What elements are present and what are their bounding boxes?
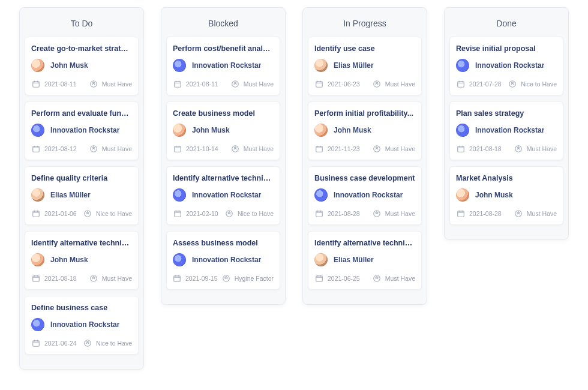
card-title: Create business model <box>173 109 274 118</box>
avatar <box>31 318 44 331</box>
assignee-row: John Musk <box>456 188 557 202</box>
avatar <box>31 124 44 137</box>
assignee-name: John Musk <box>475 191 513 199</box>
priority-icon <box>230 79 240 89</box>
kanban-card[interactable]: Business case development Innovation Roc… <box>308 166 422 225</box>
svg-rect-10 <box>175 82 181 87</box>
kanban-card[interactable]: Plan sales strategy Innovation Rockstar … <box>449 101 563 160</box>
card-meta-row: 2021-11-23 Must Have <box>314 144 415 154</box>
assignee-name: Innovation Rockstar <box>475 61 544 70</box>
kanban-card[interactable]: Create business model John Musk 2021-10-… <box>166 101 280 160</box>
kanban-card[interactable]: Market Analysis John Musk 2021-08-28 Mus… <box>449 166 563 225</box>
card-title: Identify alternative technic... <box>173 174 274 182</box>
svg-rect-24 <box>316 276 323 281</box>
svg-rect-12 <box>175 146 181 152</box>
calendar-icon <box>314 274 324 283</box>
priority-icon <box>514 144 523 154</box>
kanban-card[interactable]: Perform cost/benefit analysis Innovation… <box>166 37 280 95</box>
assignee-row: Innovation Rockstar <box>31 318 132 331</box>
kanban-card[interactable]: Assess business model Innovation Rocksta… <box>166 231 280 290</box>
svg-rect-6 <box>33 276 40 281</box>
kanban-card[interactable]: Identify alternative technic... Innovati… <box>166 166 280 225</box>
card-title: Perform initial profitability... <box>314 109 415 118</box>
assignee-name: Innovation Rockstar <box>50 320 119 329</box>
svg-rect-0 <box>33 82 40 87</box>
svg-rect-22 <box>316 211 323 217</box>
card-priority: Must Have <box>102 145 132 152</box>
kanban-card[interactable]: Define quality criteria Elias Müller 202… <box>25 166 139 225</box>
card-meta-row: 2021-06-25 Must Have <box>314 274 415 283</box>
kanban-column-todo: To Do Create go-to-market strategy John … <box>19 7 144 370</box>
card-meta-row: 2021-01-06 Nice to Have <box>31 209 132 218</box>
svg-rect-18 <box>316 82 323 87</box>
kanban-card[interactable]: Perform initial profitability... John Mu… <box>308 101 422 160</box>
assignee-name: John Musk <box>50 256 88 264</box>
svg-rect-8 <box>33 341 40 346</box>
assignee-row: Innovation Rockstar <box>314 188 415 202</box>
assignee-row: John Musk <box>31 253 132 266</box>
card-meta-row: 2021-08-11 Must Have <box>173 79 274 89</box>
card-priority: Must Have <box>102 80 132 88</box>
card-meta-row: 2021-08-28 Must Have <box>314 209 415 218</box>
kanban-column-in-progress: In Progress Identify use case Elias Müll… <box>302 7 427 305</box>
avatar <box>314 188 328 202</box>
assignee-name: Elias Müller <box>334 256 374 264</box>
kanban-column-done: Done Revise initial proposal Innovation … <box>444 7 569 240</box>
card-meta-row: 2021-08-18 Must Have <box>456 144 557 154</box>
priority-icon <box>83 338 92 348</box>
avatar <box>31 59 44 72</box>
card-meta-row: 2021-06-24 Nice to Have <box>31 338 132 348</box>
priority-icon <box>89 274 98 283</box>
card-priority: Nice to Have <box>238 210 274 217</box>
svg-rect-20 <box>316 146 323 152</box>
card-priority: Must Have <box>385 210 415 217</box>
card-priority: Must Have <box>102 275 132 282</box>
card-meta-row: 2021-08-28 Must Have <box>456 209 557 218</box>
calendar-icon <box>31 79 41 89</box>
card-meta-row: 2021-07-28 Nice to Have <box>456 79 557 89</box>
card-date: 2021-10-14 <box>186 145 218 152</box>
assignee-name: John Musk <box>334 126 371 134</box>
assignee-row: John Musk <box>314 124 415 137</box>
kanban-card[interactable]: Perform and evaluate functi... Innovatio… <box>25 101 139 160</box>
card-priority: Must Have <box>385 275 415 282</box>
card-date: 2021-06-24 <box>44 340 77 347</box>
priority-icon <box>224 209 234 218</box>
calendar-icon <box>173 79 182 89</box>
priority-icon <box>508 79 517 89</box>
card-date: 2021-01-06 <box>44 210 77 217</box>
priority-icon <box>230 144 240 154</box>
card-meta-row: 2021-08-12 Must Have <box>31 144 132 154</box>
priority-icon <box>372 144 382 154</box>
assignee-row: Elias Müller <box>314 59 415 72</box>
assignee-name: Innovation Rockstar <box>192 61 261 70</box>
kanban-card[interactable]: Revise initial proposal Innovation Rocks… <box>449 37 563 95</box>
card-date: 2021-08-28 <box>328 210 360 217</box>
priority-icon <box>89 79 98 89</box>
card-date: 2021-07-28 <box>469 80 502 88</box>
card-meta-row: 2021-09-15 Hygine Factor <box>173 274 274 283</box>
svg-rect-14 <box>175 211 181 217</box>
svg-rect-28 <box>458 146 464 152</box>
card-priority: Must Have <box>385 145 415 152</box>
avatar <box>456 124 469 137</box>
calendar-icon <box>31 338 41 348</box>
card-title: Revise initial proposal <box>456 44 557 53</box>
card-priority: Must Have <box>385 80 415 88</box>
card-date: 2021-08-11 <box>186 80 218 88</box>
kanban-card[interactable]: Create go-to-market strategy John Musk 2… <box>25 37 139 95</box>
kanban-card[interactable]: Identify use case Elias Müller 2021-06-2… <box>308 37 422 95</box>
kanban-card[interactable]: Identify alternative technic... John Mus… <box>25 231 139 290</box>
calendar-icon <box>31 209 41 218</box>
card-title: Perform and evaluate functi... <box>31 109 132 118</box>
card-title: Identify use case <box>314 44 415 53</box>
card-title: Create go-to-market strategy <box>31 44 132 53</box>
calendar-icon <box>314 144 324 154</box>
kanban-card[interactable]: Identify alternative technic... Elias Mü… <box>308 231 422 290</box>
card-title: Perform cost/benefit analysis <box>173 44 274 53</box>
card-date: 2021-06-23 <box>328 80 360 88</box>
assignee-row: Innovation Rockstar <box>31 124 132 137</box>
avatar <box>314 59 328 72</box>
card-title: Business case development <box>314 174 415 182</box>
kanban-card[interactable]: Define business case Innovation Rockstar… <box>25 296 139 355</box>
